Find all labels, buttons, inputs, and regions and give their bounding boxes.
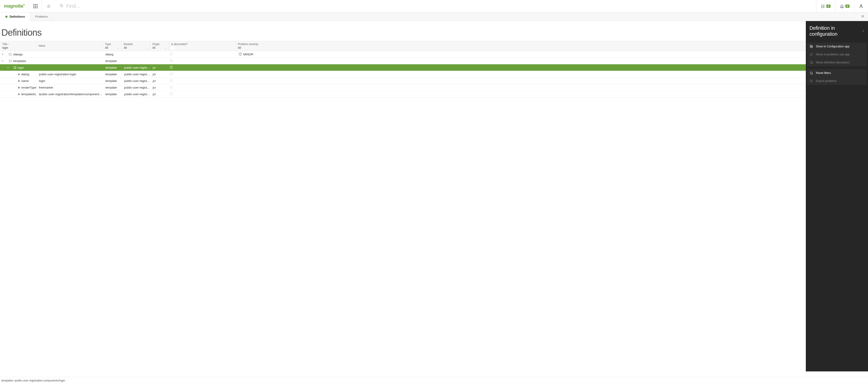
tab-problems[interactable]: Problems — [30, 12, 53, 21]
title-filter-value: login — [2, 46, 34, 50]
tree-row-login[interactable]: login template public-user-registration … — [0, 64, 868, 71]
close-icon — [861, 14, 864, 19]
action-show-problems[interactable]: Show in problems sub app — [807, 51, 867, 58]
folder-icon — [9, 53, 12, 56]
folder-icon — [9, 59, 12, 62]
col-origin[interactable]: Origin All⌄ — [150, 41, 169, 51]
notifications-badge: 0 — [845, 5, 849, 8]
user-icon — [859, 4, 863, 8]
app-launcher-button[interactable] — [29, 0, 42, 12]
action-label: Show definition decorators — [816, 61, 849, 64]
col-title[interactable]: Title ↑ login — [0, 41, 36, 51]
action-show-config[interactable]: Show in Configuration app — [807, 42, 867, 50]
export-icon — [809, 80, 813, 83]
tree-row-dialogs[interactable]: dialogs dialog MINOR — [0, 51, 868, 58]
tree-row-prop[interactable]: ◆ name login template public-user-regist… — [0, 78, 868, 84]
chevron-down-icon: ⌄ — [117, 47, 119, 49]
brand-logo[interactable]: magnolia® — [0, 0, 29, 12]
gear-icon — [809, 45, 813, 48]
property-icon: ◆ — [18, 79, 20, 82]
notifications-button[interactable]: 0 — [835, 0, 854, 12]
status-path: templates~public-user-registration:compo… — [1, 379, 65, 382]
global-search[interactable] — [55, 3, 816, 9]
app-tabs: Definitions Problems — [0, 12, 868, 21]
topbar: magnolia® ☆ 0 — [0, 0, 868, 12]
tab-label: Problems — [35, 15, 48, 18]
tasks-icon — [821, 4, 825, 8]
col-type[interactable]: Type All⌄ — [103, 41, 121, 51]
chevron-down-icon[interactable] — [7, 66, 9, 69]
property-icon: ◆ — [18, 72, 20, 76]
chevron-right-icon[interactable] — [1, 53, 4, 56]
tab-label: Definitions — [10, 15, 25, 18]
col-value[interactable]: Value — [36, 41, 103, 51]
chevron-right-icon[interactable] — [862, 29, 864, 33]
svg-point-13 — [240, 55, 241, 55]
apps-grid-icon — [33, 4, 37, 8]
warning-icon — [239, 52, 242, 56]
col-severity[interactable]: Problem severity All⌄ — [236, 41, 868, 51]
chevron-down-icon: ⌄ — [164, 47, 166, 49]
svg-point-15 — [811, 46, 812, 47]
col-decorated[interactable]: Is decorated? — [169, 41, 236, 51]
svg-marker-16 — [810, 53, 813, 56]
definition-icon — [13, 66, 16, 69]
action-label: Reset filters — [816, 71, 831, 75]
action-reset-filters[interactable]: Reset filters — [807, 69, 867, 77]
statusbar: templates~public-user-registration:compo… — [0, 377, 868, 384]
user-menu-button[interactable] — [854, 0, 868, 12]
svg-rect-17 — [810, 61, 812, 63]
action-label: Show in Configuration app — [816, 45, 849, 48]
bell-icon — [840, 4, 844, 8]
close-app-button[interactable] — [858, 12, 868, 21]
svg-point-5 — [861, 5, 862, 6]
svg-rect-14 — [14, 66, 16, 69]
property-icon: ◆ — [18, 86, 20, 89]
page-title: Definitions — [1, 27, 42, 38]
search-input[interactable] — [66, 3, 811, 9]
tasks-button[interactable]: 0 — [816, 0, 835, 12]
layers-icon — [809, 61, 813, 64]
tree-row-prop[interactable]: ◆ templateScrip /public-user-registratio… — [0, 91, 868, 97]
tree-row-prop[interactable]: ◆ renderType freemarker template public-… — [0, 84, 868, 91]
action-show-decorators[interactable]: Show definition decorators — [807, 59, 867, 66]
action-label: Export problems — [816, 80, 837, 83]
chevron-down-icon[interactable] — [1, 59, 4, 63]
property-icon: ◆ — [18, 92, 20, 96]
col-module[interactable]: Module All⌄ — [121, 41, 150, 51]
search-icon — [60, 4, 63, 8]
tab-definitions[interactable]: Definitions — [0, 12, 30, 21]
diamond-icon — [809, 53, 813, 56]
tree-row-prop[interactable]: ◆ dialog public-user-registration:login … — [0, 71, 868, 78]
svg-point-0 — [60, 4, 62, 6]
refresh-icon — [809, 71, 813, 75]
grid-header: Title ↑ login Value Type All⌄ Module All… — [0, 41, 868, 51]
chevron-down-icon: ⌄ — [146, 47, 148, 49]
tasks-badge: 0 — [826, 5, 831, 8]
star-icon: ☆ — [46, 3, 51, 9]
action-label: Show in problems sub app — [816, 53, 849, 56]
definitions-app-icon — [5, 15, 8, 18]
grid-body: dialogs dialog MINOR — [0, 51, 868, 377]
svg-line-1 — [62, 6, 63, 7]
action-panel: Definition in configuration Show in Conf… — [806, 21, 868, 372]
action-export-problems[interactable]: Export problems — [807, 77, 867, 85]
favorites-button[interactable]: ☆ — [42, 0, 55, 12]
svg-marker-6 — [5, 15, 8, 18]
panel-title: Definition in configuration — [809, 25, 860, 37]
tree-row-templates[interactable]: templates template — [0, 58, 868, 64]
